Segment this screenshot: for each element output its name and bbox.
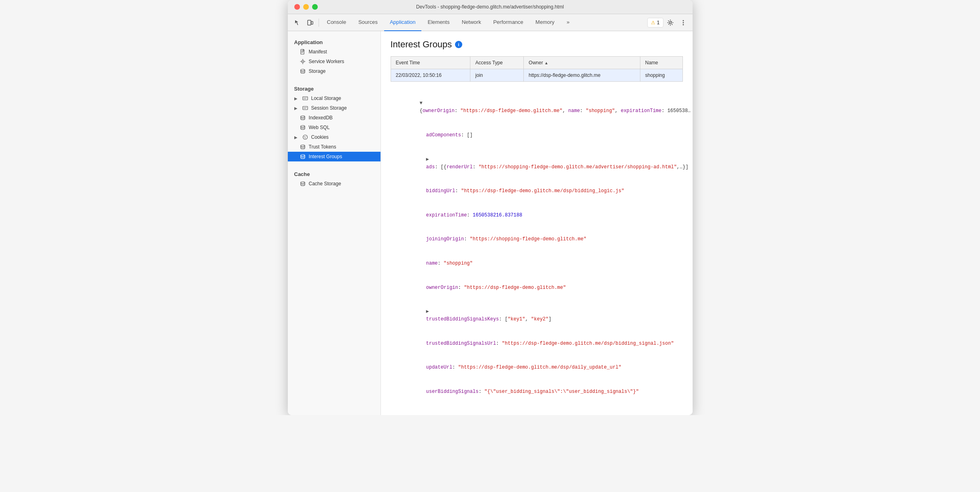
sidebar-item-interest-groups[interactable]: Interest Groups [288,152,381,161]
svg-rect-13 [303,106,308,110]
device-toolbar-icon[interactable] [304,17,316,29]
storage-icon [300,68,306,74]
svg-point-16 [301,116,305,117]
local-storage-label: Local Storage [311,95,341,101]
warning-count: 1 [657,20,660,25]
content-area: Interest Groups i Event Time Access Type… [381,31,693,415]
expand-ads-arrow: ▶ [426,157,429,162]
col-header-access-type[interactable]: Access Type [470,57,524,69]
expand-arrow-cookies: ▶ [294,135,299,140]
svg-rect-15 [304,108,306,109]
svg-rect-11 [304,98,307,98]
col-header-event-time[interactable]: Event Time [391,57,470,69]
expand-root-arrow: ▼ [420,100,423,106]
tab-elements[interactable]: Elements [422,14,455,31]
json-line-expirationtime: expirationTime: 1650538216.837188 [391,204,683,228]
sidebar-item-service-workers[interactable]: Service Workers [288,57,381,66]
json-line-ads[interactable]: ▶ ads: [{renderUrl: "https://shopping-fl… [391,147,683,179]
svg-point-3 [682,20,684,21]
json-line-root[interactable]: ▼ {ownerOrigin: "https://dsp-fledge-demo… [391,91,683,123]
titlebar: DevTools - shopping-fledge-demo.glitch.m… [288,0,693,14]
inspect-icon[interactable] [291,17,303,29]
local-storage-icon [302,95,308,101]
interest-groups-label: Interest Groups [309,154,342,159]
sidebar-item-indexeddb[interactable]: IndexedDB [288,113,381,123]
service-workers-label: Service Workers [309,59,344,64]
sidebar-section-storage: Storage [288,83,381,93]
sidebar-section-cache: Cache [288,168,381,179]
tab-console[interactable]: Console [321,14,352,31]
svg-point-19 [304,136,305,137]
tab-memory[interactable]: Memory [530,14,560,31]
svg-point-17 [301,125,305,127]
close-button[interactable] [294,4,300,10]
cell-name: shopping [640,69,682,82]
session-storage-icon [302,105,308,111]
svg-point-5 [682,24,684,25]
sidebar-item-storage-app[interactable]: Storage [288,66,381,76]
col-header-name[interactable]: Name [640,57,682,69]
svg-point-18 [303,135,307,140]
sidebar-item-local-storage[interactable]: ▶ Local Storage [288,93,381,103]
tab-more[interactable]: » [561,14,575,31]
svg-rect-14 [304,107,307,108]
window-title: DevTools - shopping-fledge-demo.glitch.m… [416,4,564,10]
service-workers-icon [300,59,306,64]
svg-point-20 [305,136,306,137]
cache-storage-label: Cache Storage [309,181,341,187]
cookies-label: Cookies [311,134,329,140]
svg-point-24 [301,182,305,183]
warning-badge[interactable]: ⚠ 1 [647,18,663,28]
svg-point-9 [301,69,305,71]
json-viewer: ▼ {ownerOrigin: "https://dsp-fledge-demo… [391,88,683,407]
info-icon[interactable]: i [455,41,462,48]
tab-network[interactable]: Network [456,14,487,31]
svg-point-21 [305,138,306,138]
sidebar-item-session-storage[interactable]: ▶ Session Storage [288,103,381,113]
svg-point-4 [682,22,684,23]
json-line-trustedbiddingsignalskeys[interactable]: ▶ trustedBiddingSignalsKeys: ["key1", "k… [391,300,683,332]
websql-label: Web SQL [309,125,330,130]
sidebar-item-websql[interactable]: Web SQL [288,123,381,132]
main-layout: Application Manifest Service Workers [288,31,693,415]
svg-point-22 [301,145,305,146]
cell-owner: https://dsp-fledge-demo.glitch.me [524,69,640,82]
sidebar-item-manifest[interactable]: Manifest [288,47,381,57]
indexeddb-label: IndexedDB [309,115,333,121]
sidebar-item-cookies[interactable]: ▶ Cookies [288,132,381,142]
expand-arrow-session-storage: ▶ [294,106,299,110]
svg-rect-1 [311,21,313,24]
svg-rect-0 [308,20,311,25]
json-line-biddingurl: biddingUrl: "https://dsp-fledge-demo.gli… [391,179,683,204]
sort-arrow-icon: ▲ [544,61,548,65]
cache-storage-icon [300,181,306,187]
tab-performance[interactable]: Performance [487,14,529,31]
json-line-name: name: "shopping" [391,252,683,276]
table-row[interactable]: 22/03/2022, 10:50:16 join https://dsp-fl… [391,69,682,82]
sidebar-item-trust-tokens[interactable]: Trust Tokens [288,142,381,152]
tab-sources[interactable]: Sources [353,14,383,31]
sidebar: Application Manifest Service Workers [288,31,381,415]
session-storage-label: Session Storage [311,105,347,111]
settings-icon[interactable] [664,17,676,29]
trust-tokens-label: Trust Tokens [309,144,336,150]
json-line-joiningorigin: joiningOrigin: "https://shopping-fledge-… [391,227,683,252]
expand-tbsk-arrow: ▶ [426,309,429,314]
tab-application[interactable]: Application [384,14,421,31]
col-header-owner[interactable]: Owner ▲ [524,57,640,69]
json-line-userbiddingsignals: userBiddingSignals: "{\"user_bidding_sig… [391,380,683,404]
toolbar: Console Sources Application Elements Net… [288,14,693,31]
more-options-icon[interactable] [677,17,689,29]
devtools-window: DevTools - shopping-fledge-demo.glitch.m… [288,0,693,415]
maximize-button[interactable] [312,4,318,10]
cookies-icon [302,134,308,140]
svg-point-8 [302,61,303,62]
svg-rect-12 [304,99,306,100]
minimize-button[interactable] [303,4,309,10]
manifest-label: Manifest [309,49,327,55]
cell-access-type: join [470,69,524,82]
svg-point-23 [301,155,305,156]
indexeddb-icon [300,115,306,121]
interest-groups-table: Event Time Access Type Owner ▲ Name [391,56,683,82]
sidebar-item-cache-storage[interactable]: Cache Storage [288,179,381,189]
